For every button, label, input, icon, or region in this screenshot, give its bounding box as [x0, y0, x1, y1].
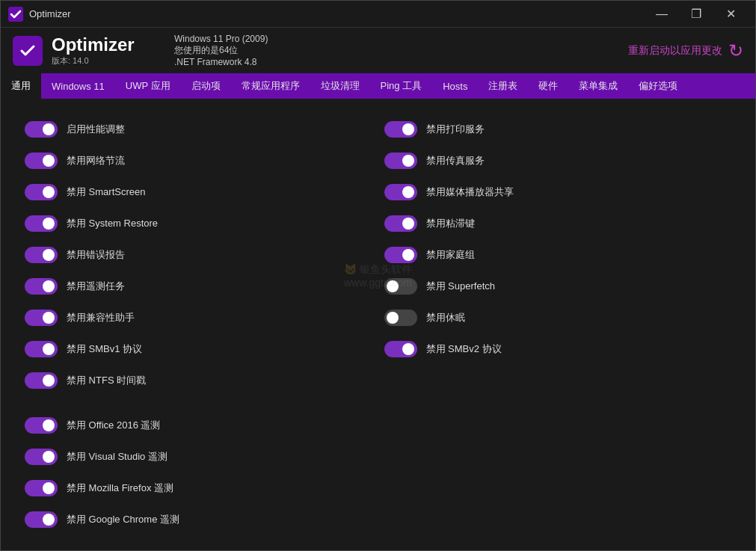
toggle-fax-label: 禁用传真服务 [426, 154, 485, 167]
tab-prefs[interactable]: 偏好选项 [628, 73, 688, 99]
toggle-compat-switch[interactable] [25, 310, 58, 326]
nav-tabs: 通用 Windows 11 UWP 应用 启动项 常规应用程序 垃圾清理 Pin… [1, 73, 755, 99]
toggle-smbv1-label: 禁用 SMBv1 协议 [67, 342, 142, 356]
toggle-superfetch-label: 禁用 Superfetch [426, 280, 496, 293]
toggle-empty-right [378, 365, 738, 396]
toggle-errreport-switch[interactable] [25, 247, 58, 263]
restart-button[interactable]: 重新启动以应用更改 [628, 44, 722, 58]
toggle-remote-switch[interactable] [25, 278, 58, 295]
toggle-smbv2-switch[interactable] [384, 341, 417, 357]
toggle-print-switch[interactable] [384, 121, 417, 138]
toggle-netflow: 禁用网络节流 [19, 145, 378, 176]
tab-ping[interactable]: Ping 工具 [370, 73, 433, 99]
toggle-media-switch[interactable] [384, 184, 417, 200]
logo-area: Optimizer 版本: 14.0 [13, 34, 162, 67]
toggle-chrome-switch[interactable] [25, 511, 58, 528]
tab-uwp[interactable]: UWP 应用 [115, 73, 181, 99]
toggle-ntfs: 禁用 NTFS 时间戳 [19, 365, 378, 396]
section-divider [19, 396, 737, 410]
tab-registry[interactable]: 注册表 [478, 73, 528, 99]
toggle-chrome: 禁用 Google Chrome 遥测 [19, 504, 378, 535]
toggle-hibernate-switch[interactable] [384, 310, 417, 326]
toggle-office2016: 禁用 Office 2016 遥测 [19, 410, 378, 441]
toggle-vstudio-switch[interactable] [25, 449, 58, 465]
toggle-netflow-switch[interactable] [25, 153, 58, 169]
system-info: Windows 11 Pro (2009) 您使用的是64位 .NET Fram… [174, 34, 268, 67]
toggle-sysrestore: 禁用 System Restore [19, 208, 378, 239]
toggle-firefox-label: 禁用 Mozilla Firefox 遥测 [67, 481, 173, 495]
toggle-fax-switch[interactable] [384, 153, 417, 169]
toggle-remote: 禁用遥测任务 [19, 271, 378, 302]
toggle-errreport: 禁用错误报告 [19, 239, 378, 271]
titlebar-text: Optimizer [29, 8, 71, 19]
toggle-sticky-label: 禁用粘滞键 [426, 217, 475, 230]
sys-info-arch: 您使用的是64位 [174, 44, 268, 57]
toggle-errreport-label: 禁用错误报告 [67, 248, 125, 262]
tab-hardware[interactable]: 硬件 [528, 73, 568, 99]
toggle-sticky-switch[interactable] [384, 215, 417, 232]
toggle-chrome-label: 禁用 Google Chrome 遥测 [67, 513, 179, 526]
toggle-netflow-label: 禁用网络节流 [67, 154, 125, 167]
toggle-smartscreen-switch[interactable] [25, 184, 58, 200]
toggle-grid: 启用性能调整 禁用打印服务 禁用网络节流 [19, 114, 737, 535]
toggle-print-label: 禁用打印服务 [426, 123, 485, 136]
sys-info-net: .NET Framework 4.8 [174, 57, 268, 67]
toggle-superfetch: 禁用 Superfetch [378, 271, 738, 302]
restart-icon[interactable]: ↻ [728, 40, 743, 61]
toggle-office2016-label: 禁用 Office 2016 遥测 [67, 419, 160, 432]
toggle-compat-label: 禁用兼容性助手 [67, 311, 135, 324]
toggle-office2016-switch[interactable] [25, 417, 58, 434]
toggle-media: 禁用媒体播放器共享 [378, 176, 738, 208]
tab-windows11[interactable]: Windows 11 [41, 73, 115, 99]
minimize-button[interactable]: — [645, 1, 679, 28]
toggle-perf: 启用性能调整 [19, 114, 378, 145]
toggle-hibernate: 禁用休眠 [378, 302, 738, 333]
main-content: 启用性能调整 禁用打印服务 禁用网络节流 [1, 99, 755, 550]
restart-area: 重新启动以应用更改 ↻ [628, 40, 743, 61]
close-button[interactable]: ✕ [713, 1, 748, 28]
tab-menu[interactable]: 菜单集成 [568, 73, 628, 99]
toggle-smbv2-label: 禁用 SMBv2 协议 [426, 342, 502, 356]
app-logo [13, 36, 43, 66]
window-controls: — ❐ ✕ [645, 1, 748, 28]
sys-info-os: Windows 11 Pro (2009) [174, 34, 268, 44]
tab-common-apps[interactable]: 常规应用程序 [231, 73, 310, 99]
toggle-superfetch-switch[interactable] [384, 278, 417, 295]
toggle-print: 禁用打印服务 [378, 114, 738, 145]
toggle-smbv1: 禁用 SMBv1 协议 [19, 333, 378, 365]
toggle-ntfs-label: 禁用 NTFS 时间戳 [67, 374, 146, 387]
logo-text-area: Optimizer 版本: 14.0 [52, 34, 135, 67]
app-name: Optimizer [52, 34, 135, 55]
toggle-firefox-switch[interactable] [25, 480, 58, 496]
toggle-smartscreen-label: 禁用 SmartScreen [67, 185, 145, 199]
toggle-sticky: 禁用粘滞键 [378, 208, 738, 239]
toggle-sysrestore-switch[interactable] [25, 215, 58, 232]
toggle-smbv1-switch[interactable] [25, 341, 58, 357]
toggle-hibernate-label: 禁用休眠 [426, 311, 465, 324]
toggle-perf-switch[interactable] [25, 121, 58, 138]
toggle-remote-label: 禁用遥测任务 [67, 280, 125, 293]
toggle-vstudio: 禁用 Visual Studio 遥测 [19, 441, 378, 472]
toggle-homegroup-switch[interactable] [384, 247, 417, 263]
header: Optimizer 版本: 14.0 Windows 11 Pro (2009)… [1, 28, 755, 73]
version-label: 版本: 14.0 [52, 55, 135, 67]
toggle-firefox: 禁用 Mozilla Firefox 遥测 [19, 472, 378, 504]
app-icon [8, 7, 23, 22]
maximize-button[interactable]: ❐ [679, 1, 713, 28]
toggle-vstudio-label: 禁用 Visual Studio 遥测 [67, 450, 168, 464]
toggle-compat: 禁用兼容性助手 [19, 302, 378, 333]
toggle-smartscreen: 禁用 SmartScreen [19, 176, 378, 208]
tab-startup[interactable]: 启动项 [181, 73, 231, 99]
toggle-homegroup: 禁用家庭组 [378, 239, 738, 271]
main-window: Optimizer — ❐ ✕ Optimizer 版本: 14.0 Windo… [0, 0, 756, 551]
toggle-fax: 禁用传真服务 [378, 145, 738, 176]
toggle-ntfs-switch[interactable] [25, 372, 58, 389]
tab-hosts[interactable]: Hosts [432, 73, 478, 99]
toggle-homegroup-label: 禁用家庭组 [426, 248, 475, 262]
toggle-sysrestore-label: 禁用 System Restore [67, 217, 158, 230]
tab-general[interactable]: 通用 [1, 73, 41, 99]
tab-junk[interactable]: 垃圾清理 [310, 73, 370, 99]
toggle-perf-label: 启用性能调整 [67, 123, 125, 136]
toggle-smbv2: 禁用 SMBv2 协议 [378, 333, 738, 365]
titlebar: Optimizer — ❐ ✕ [1, 1, 755, 28]
